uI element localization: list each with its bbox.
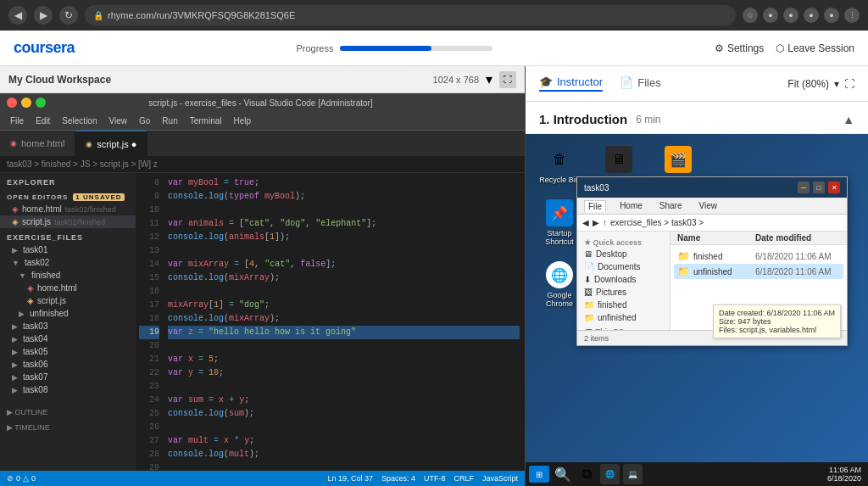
sidebar-item-task01[interactable]: ▶ task01 [0,243,136,256]
line-numbers: 8 9 10 11 12 13 14 15 16 17 18 19 [136,173,163,471]
menu-icon[interactable]: ⋮ [844,8,860,23]
js-icon-2: ◈ [27,296,34,305]
menu-run[interactable]: Run [157,115,182,127]
menu-selection[interactable]: Selection [57,115,102,127]
sidebar-item-script-js-2[interactable]: ◈ script.js [0,294,136,307]
expand-icon[interactable]: ⛶ [844,78,854,90]
bookmark-icon[interactable]: ☆ [743,8,758,23]
tab-home-html[interactable]: ◉ home.html [0,131,75,156]
url-bar[interactable]: 🔒 rhyme.com/run/3VMKRQFSQ9G8K281SQ6E [85,5,736,25]
vscode-sidebar: EXPLORER OPEN EDITORS 1 UNSAVED ◈ home.h… [0,173,136,471]
fe-nav-downloads[interactable]: ⬇ Downloads [577,273,670,286]
file-explorer-window: task03 ─ □ ✕ File Home Share View [576,176,848,346]
sidebar-item-task05[interactable]: ▶ task05 [0,345,136,358]
menu-edit[interactable]: Edit [31,115,55,127]
code-content[interactable]: var myBool = true; console.log(typeof my… [163,173,525,471]
fe-maximize-button[interactable]: □ [813,182,825,193]
extension-icon-1[interactable]: ● [763,8,778,23]
tab-instructor[interactable]: 🎓 Instructor [539,75,603,92]
fe-file-item-finished[interactable]: 📁 finished 6/18/2020 11:06 AM [674,249,843,264]
fe-nav-finished[interactable]: 📁 finished [577,299,670,311]
maximize-button[interactable] [36,98,46,108]
fe-nav-desktop[interactable]: 🖥 Desktop [577,248,670,260]
status-bar: ⊘ 0 △ 0 Ln 19, Col 37 Spaces: 4 UTF-8 CR… [0,471,525,486]
sidebar-item-task04[interactable]: ▶ task04 [0,332,136,345]
taskbar-chrome-btn[interactable]: 🌐 [600,464,620,484]
fullscreen-button[interactable]: ⛶ [499,71,516,88]
quick-access-section: ★ Quick access [577,235,670,248]
workspace-title: My Cloud Workspace [8,74,111,86]
sidebar-item-unfinished[interactable]: ▶ unfinished [0,307,136,320]
progress-bar-inner [340,46,431,51]
fe-unfinished-label: unfinished [598,313,637,322]
collapsed-arrow-icon-4: ▶ [12,335,18,344]
vscode-main: EXPLORER OPEN EDITORS 1 UNSAVED ◈ home.h… [0,173,525,471]
fe-tab-share[interactable]: Share [656,200,686,211]
extension-icon-2[interactable]: ● [783,8,798,23]
collapse-icon[interactable]: ▲ [843,113,854,126]
back-button[interactable]: ◀ [8,6,27,25]
open-editors-section: OPEN EDITORS 1 UNSAVED [0,188,136,203]
menu-go[interactable]: Go [134,115,155,127]
sidebar-item-home-html[interactable]: ◈ home.html task02/finished [0,203,136,215]
sidebar-item-home-html-2[interactable]: ◈ home.html [0,282,136,294]
vscode-editor[interactable]: 8 9 10 11 12 13 14 15 16 17 18 19 [136,173,525,471]
sidebar-item-task08[interactable]: ▶ task08 [0,383,136,396]
fe-file-item-unfinished[interactable]: 📁 unfinished 6/18/2020 11:06 AM [674,264,843,279]
taskbar-search-icon[interactable]: 🔍 [553,464,573,484]
forward-button[interactable]: ▶ [34,6,53,25]
fe-nav-unfinished[interactable]: 📁 unfinished [577,311,670,324]
html-file-icon: ◈ [12,204,19,214]
error-icon: ⊘ [7,474,14,483]
menu-file[interactable]: File [5,115,29,127]
tooltip-size: Size: 947 bytes [719,317,835,326]
warning-icon: △ [23,474,29,483]
taskbar-vscode-btn[interactable]: 💻 [623,464,643,484]
git-bash-icon: 🖥 [605,146,632,173]
line-ending-info: CRLF [453,474,474,483]
fe-nav-pictures[interactable]: 🖼 Pictures [577,286,670,299]
tooltip-date: Date created: 6/18/2020 11:06 AM [719,309,835,317]
intro-duration: 6 min [636,114,660,126]
fe-nav-documents[interactable]: 📄 Documents [577,260,670,273]
sidebar-item-task03[interactable]: ▶ task03 [0,320,136,332]
breadcrumb-text: task03 > finished > JS > script.js > [W]… [7,159,158,169]
sidebar-item-finished[interactable]: ▼ finished [0,269,136,282]
collapsed-arrow-icon: ▶ [12,246,18,254]
extension-icon-3[interactable]: ● [804,8,819,23]
tab-script-js[interactable]: ◉ script.js ● [75,131,147,156]
close-button[interactable] [7,98,17,108]
fe-minimize-button[interactable]: ─ [798,182,810,193]
intro-title: 1. Introduction [539,112,627,126]
vscode-menubar: File Edit Selection View Go Run Terminal… [0,112,525,131]
exercise-files-section: EXERCISE_FILES [0,228,136,243]
fe-file-list: 📁 finished 6/18/2020 11:06 AM 📁 unfinish… [670,245,847,282]
fe-tab-home[interactable]: Home [616,200,646,211]
sidebar-item-task02[interactable]: ▼ task02 [0,256,136,269]
url-text: rhyme.com/run/3VMKRQFSQ9G8K281SQ6E [108,10,295,20]
menu-terminal[interactable]: Terminal [185,115,227,127]
settings-button[interactable]: ⚙ Settings [715,42,764,54]
tab-files[interactable]: 📄 Files [620,76,660,91]
extension-icon-4[interactable]: ● [824,8,839,23]
leave-session-button[interactable]: ⬡ Leave Session [776,42,854,54]
fe-close-button[interactable]: ✕ [828,182,840,193]
right-panel: 🎓 Instructor 📄 Files Fit (80%) ▾ ⛶ 1. In… [526,66,868,486]
fe-tab-view[interactable]: View [696,200,721,211]
error-count: ⊘ 0 △ 0 [7,474,36,483]
fe-addressbar[interactable]: ◀ ▶ ↑ exercise_files > task03 > [577,215,847,232]
sidebar-item-script-js[interactable]: ◈ script.js task02/finished [0,215,136,228]
menu-view[interactable]: View [104,115,133,127]
sidebar-item-task06[interactable]: ▶ task06 [0,358,136,371]
workspace-area: My Cloud Workspace 1024 x 768 ▾ ⛶ script… [0,66,868,486]
taskbar-taskview-icon[interactable]: ⧉ [576,464,597,484]
window-controls [7,98,46,108]
instructor-icon: 🎓 [539,75,553,88]
sidebar-item-task07[interactable]: ▶ task07 [0,371,136,383]
start-button[interactable]: ⊞ [529,466,549,483]
fe-tab-file[interactable]: File [584,200,606,212]
reload-button[interactable]: ↻ [59,6,78,25]
minimize-button[interactable] [21,98,31,108]
browser-chrome: ◀ ▶ ↻ 🔒 rhyme.com/run/3VMKRQFSQ9G8K281SQ… [0,0,868,31]
menu-help[interactable]: Help [229,115,257,127]
